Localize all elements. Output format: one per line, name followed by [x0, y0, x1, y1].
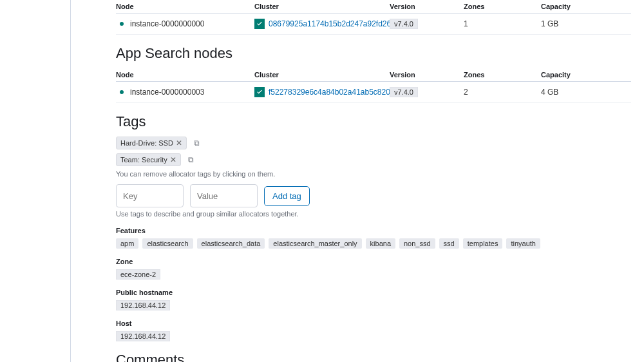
status-dot-icon — [120, 22, 124, 26]
tag-badge[interactable]: Hard-Drive: SSD ✕ — [116, 137, 187, 149]
section-title-comments: Comments — [116, 352, 631, 362]
col-header-version: Version — [390, 71, 464, 79]
col-header-node: Node — [116, 71, 254, 79]
feature-badge: non_ssd — [399, 238, 435, 249]
cluster-link[interactable]: f52278329e6c4a84b02a41ab5c820b9d — [269, 88, 403, 97]
features-label: Features — [116, 227, 631, 234]
col-header-zones: Zones — [464, 71, 541, 79]
table-header: Node Cluster Version Zones Capacity — [116, 0, 631, 14]
zone-value: ece-zone-2 — [116, 269, 160, 280]
add-tag-button[interactable]: Add tag — [264, 186, 310, 206]
features-list: apm elasticsearch elasticsearch_data ela… — [116, 238, 631, 249]
version-badge: v7.4.0 — [390, 19, 418, 29]
copy-icon[interactable]: ⧉ — [194, 138, 200, 148]
col-header-capacity: Capacity — [541, 71, 599, 79]
node-name: instance-0000000000 — [130, 19, 204, 28]
tags-use-help: Use tags to describe and group similar a… — [116, 210, 631, 218]
feature-badge: elasticsearch_master_only — [269, 238, 361, 249]
public-hostname-label: Public hostname — [116, 289, 631, 296]
feature-badge: tinyauth — [506, 238, 540, 249]
status-dot-icon — [120, 90, 124, 94]
check-icon — [254, 87, 265, 97]
col-header-node: Node — [116, 3, 254, 10]
feature-badge: apm — [116, 238, 138, 249]
host-value: 192.168.44.12 — [116, 331, 170, 341]
tag-badge[interactable]: Team: Security ✕ — [116, 153, 181, 166]
tag-label: Team: Security — [120, 156, 167, 164]
sidebar-placeholder — [0, 0, 71, 362]
table-row: instance-0000000000 08679925a1174b15b2d2… — [116, 14, 631, 35]
node-name: instance-0000000003 — [130, 88, 204, 97]
section-title-tags: Tags — [116, 113, 631, 130]
cluster-link[interactable]: 08679925a1174b15b2d247a92fd26a26 — [269, 19, 404, 28]
col-header-cluster: Cluster — [254, 3, 390, 10]
feature-badge: elasticsearch_data — [197, 238, 265, 249]
copy-icon[interactable]: ⧉ — [188, 155, 194, 164]
col-header-version: Version — [390, 3, 464, 10]
feature-badge: ssd — [439, 238, 459, 249]
zones-value: 2 — [464, 88, 541, 97]
capacity-value: 4 GB — [541, 88, 599, 97]
host-label: Host — [116, 319, 631, 327]
remove-tag-icon[interactable]: ✕ — [170, 155, 176, 164]
remove-tag-icon[interactable]: ✕ — [176, 138, 182, 148]
feature-badge: kibana — [366, 238, 395, 249]
tag-label: Hard-Drive: SSD — [120, 139, 173, 147]
zones-value: 1 — [464, 19, 541, 28]
zone-label: Zone — [116, 258, 631, 265]
feature-badge: templates — [463, 238, 503, 249]
main-content: Node Cluster Version Zones Capacity inst… — [71, 0, 644, 362]
check-icon — [254, 19, 265, 29]
tags-remove-help: You can remove allocator tags by clickin… — [116, 170, 631, 178]
col-header-zones: Zones — [464, 3, 541, 10]
feature-badge: elasticsearch — [142, 238, 193, 249]
table-header: Node Cluster Version Zones Capacity — [116, 68, 631, 82]
col-header-capacity: Capacity — [541, 3, 599, 10]
tag-value-input[interactable] — [190, 184, 258, 207]
section-title-app-search: App Search nodes — [116, 45, 631, 62]
table-row: instance-0000000003 f52278329e6c4a84b02a… — [116, 82, 631, 103]
capacity-value: 1 GB — [541, 19, 599, 28]
version-badge: v7.4.0 — [390, 87, 418, 97]
col-header-cluster: Cluster — [254, 71, 390, 79]
tag-key-input[interactable] — [116, 184, 184, 207]
public-hostname-value: 192.168.44.12 — [116, 300, 170, 310]
